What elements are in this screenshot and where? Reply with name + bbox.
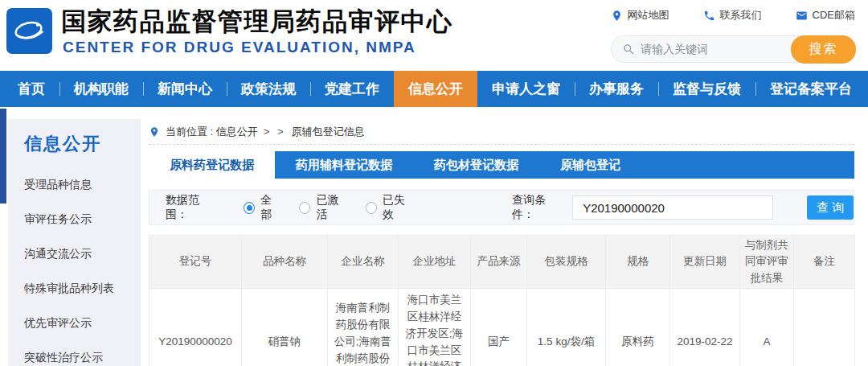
left-accent-strip: [0, 109, 6, 204]
location-pin-icon: [611, 10, 623, 22]
nav-item-policy[interactable]: 政策法规: [227, 71, 310, 107]
query-button[interactable]: 查询: [807, 195, 854, 220]
mail-icon: [796, 10, 808, 22]
main-nav: 首页 机构职能 新闻中心 政策法规 党建工作 信息公开 申请人之窗 办事服务 监…: [0, 71, 868, 107]
search-icon: [622, 43, 636, 56]
sidebar-item-review-tasks[interactable]: 审评任务公示: [8, 202, 141, 236]
radio-expired[interactable]: 已失效: [366, 193, 414, 222]
nav-item-info-disclosure[interactable]: 信息公开: [394, 71, 477, 107]
table-header-cell: 产品来源: [471, 236, 527, 289]
nav-item-registration-platform[interactable]: 登记备案平台: [755, 71, 866, 107]
table-cell-packaging-spec: 1.5 kg/袋/箱: [527, 288, 606, 366]
search-button[interactable]: 搜索: [791, 35, 856, 64]
table-cell-registration-number: Y20190000020: [149, 288, 242, 366]
table-cell-product-origin: 国产: [471, 288, 527, 366]
breadcrumb-pin-icon: [149, 126, 160, 138]
sidebar-item-priority-review[interactable]: 优先审评公示: [8, 306, 141, 340]
table-header-cell: 更新日期: [670, 236, 740, 289]
phone-icon: [703, 10, 715, 22]
quick-link-sitemap[interactable]: 网站地图: [611, 8, 669, 23]
site-header: 国家药品监督管理局药品审评中心 CENTER FOR DRUG EVALUATI…: [0, 0, 868, 71]
radio-label: 已激活: [316, 193, 347, 222]
nav-item-applicant-window[interactable]: 申请人之窗: [477, 71, 575, 107]
radio-activated[interactable]: 已激活: [299, 193, 347, 222]
query-label: 查询条件：: [512, 193, 566, 222]
breadcrumb: 当前位置 : 信息公开 > > 原辅包登记信息: [149, 119, 854, 145]
nav-item-org-functions[interactable]: 机构职能: [59, 71, 143, 107]
table-header-cell: 备注: [794, 236, 855, 289]
table-header-cell: 规格: [606, 236, 670, 289]
quick-link-contact[interactable]: 联系我们: [703, 8, 762, 23]
site-search: 搜索: [611, 35, 856, 63]
table-row: Y20190000020 硝普钠 海南普利制药股份有限公司;海南普利制药股份有限…: [149, 288, 855, 366]
breadcrumb-current: 原辅包登记信息: [292, 125, 365, 139]
cde-logo-icon: [6, 8, 52, 54]
quick-link-label: 联系我们: [720, 8, 762, 23]
table-cell-update-date: 2019-02-22: [670, 288, 740, 366]
table-cell-joint-review-result: A: [740, 288, 794, 366]
sidebar: 信息公开 受理品种信息 审评任务公示 沟通交流公示 特殊审批品种列表 优先审评公…: [8, 119, 141, 366]
radio-label: 已失效: [383, 193, 414, 222]
nav-item-news-center[interactable]: 新闻中心: [143, 71, 227, 107]
table-header-cell: 与制剂共同审评审批结果: [740, 236, 794, 289]
sidebar-item-accepted-varieties[interactable]: 受理品种信息: [8, 167, 141, 202]
table-header-cell: 品种名称: [242, 236, 328, 289]
scope-radio-group: 全部 已激活 已失效: [226, 193, 414, 222]
table-header-row: 登记号 品种名称 企业名称 企业地址 产品来源 包装规格 规格 更新日期 与制剂…: [149, 236, 855, 289]
sidebar-list: 受理品种信息 审评任务公示 沟通交流公示 特殊审批品种列表 优先审评公示 突破性…: [8, 167, 141, 366]
site-subtitle: CENTER FOR DRUG EVALUATION, NMPA: [63, 39, 416, 56]
tab-api-registration-data[interactable]: 原料药登记数据: [149, 151, 275, 179]
nav-item-services[interactable]: 办事服务: [575, 71, 658, 107]
results-table: 登记号 品种名称 企业名称 企业地址 产品来源 包装规格 规格 更新日期 与制剂…: [149, 235, 855, 366]
scope-label: 数据范围：: [166, 193, 219, 222]
quick-link-label: 网站地图: [628, 8, 669, 23]
quick-link-label: CDE邮箱: [813, 8, 855, 23]
nav-item-home[interactable]: 首页: [3, 71, 59, 107]
sidebar-item-special-approval-list[interactable]: 特殊审批品种列表: [8, 271, 141, 306]
site-logo[interactable]: [6, 8, 52, 54]
radio-label: 全部: [260, 193, 281, 222]
radio-unselected-icon: [366, 202, 377, 214]
radio-unselected-icon: [299, 202, 310, 214]
table-header-cell: 包装规格: [527, 236, 606, 289]
table-cell-variety-name: 硝普钠: [242, 288, 328, 366]
table-cell-spec: 原料药: [606, 288, 670, 366]
nav-item-party-building[interactable]: 党建工作: [310, 71, 394, 107]
sidebar-item-breakthrough-therapy[interactable]: 突破性治疗公示: [8, 340, 141, 366]
radio-selected-icon: [244, 202, 255, 214]
sidebar-item-communication[interactable]: 沟通交流公示: [8, 236, 141, 271]
radio-all[interactable]: 全部: [244, 193, 281, 222]
table-header-cell: 企业名称: [328, 236, 399, 289]
tab-excipient-registration-data[interactable]: 药用辅料登记数据: [275, 151, 413, 179]
table-header-cell: 登记号: [149, 236, 242, 289]
sidebar-title: 信息公开: [8, 119, 141, 156]
quick-link-mail[interactable]: CDE邮箱: [796, 8, 855, 23]
breadcrumb-location: 当前位置 : 信息公开: [166, 125, 258, 139]
table-header-cell: 企业地址: [399, 236, 471, 289]
filter-bar: 数据范围： 全部 已激活 已失效 查询条件： 查询: [149, 190, 854, 225]
site-title: 国家药品监督管理局药品审评中心: [61, 5, 453, 39]
breadcrumb-separator: > >: [264, 125, 286, 138]
nav-item-supervision-feedback[interactable]: 监督与反馈: [658, 71, 755, 107]
page: 国家药品监督管理局药品审评中心 CENTER FOR DRUG EVALUATI…: [0, 0, 868, 366]
tab-packaging-registration-data[interactable]: 药包材登记数据: [413, 151, 539, 179]
data-tabs: 原料药登记数据 药用辅料登记数据 药包材登记数据 原辅包登记: [149, 151, 854, 179]
quick-links: 网站地图 联系我们 CDE邮箱: [611, 8, 855, 23]
tab-raw-aux-pack-registration[interactable]: 原辅包登记: [539, 151, 641, 179]
search-input[interactable]: [641, 37, 789, 61]
table-cell-company-address: 海口市美兰区桂林洋经济开发区;海口市美兰区桂林洋经济开发区: [399, 288, 471, 366]
table-cell-remarks: [794, 288, 855, 366]
table-cell-company-name: 海南普利制药股份有限公司;海南普利制药股份有限公司: [328, 288, 399, 366]
query-input[interactable]: [572, 195, 773, 220]
